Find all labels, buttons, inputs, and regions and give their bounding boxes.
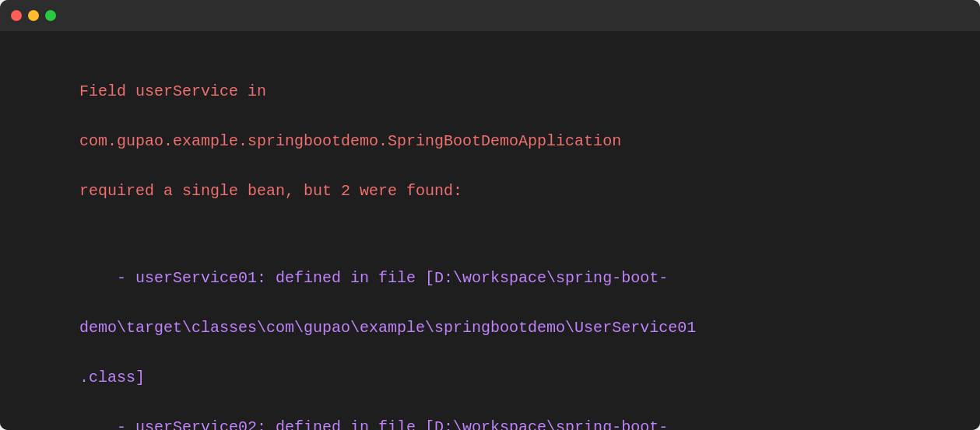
item1-line3: .class] xyxy=(79,369,145,386)
error-line-2: com.gupao.example.springbootdemo.SpringB… xyxy=(79,132,621,150)
terminal-content: Field userService in com.gupao.example.s… xyxy=(0,31,980,430)
minimize-button[interactable] xyxy=(28,10,39,21)
titlebar xyxy=(0,0,980,31)
terminal-window: Field userService in com.gupao.example.s… xyxy=(0,0,980,430)
spacer-1 xyxy=(23,229,957,241)
maximize-button[interactable] xyxy=(45,10,56,21)
error-line-1: Field userService in xyxy=(79,82,266,100)
error-line-3: required a single bean, but 2 were found… xyxy=(79,182,462,200)
item2-line1: - userService02: defined in file [D:\wor… xyxy=(79,418,668,430)
close-button[interactable] xyxy=(11,10,22,21)
item1-line2: demo\target\classes\com\gupao\example\sp… xyxy=(79,319,696,337)
error-block: Field userService in com.gupao.example.s… xyxy=(23,54,957,430)
item1-line1: - userService01: defined in file [D:\wor… xyxy=(79,269,668,287)
